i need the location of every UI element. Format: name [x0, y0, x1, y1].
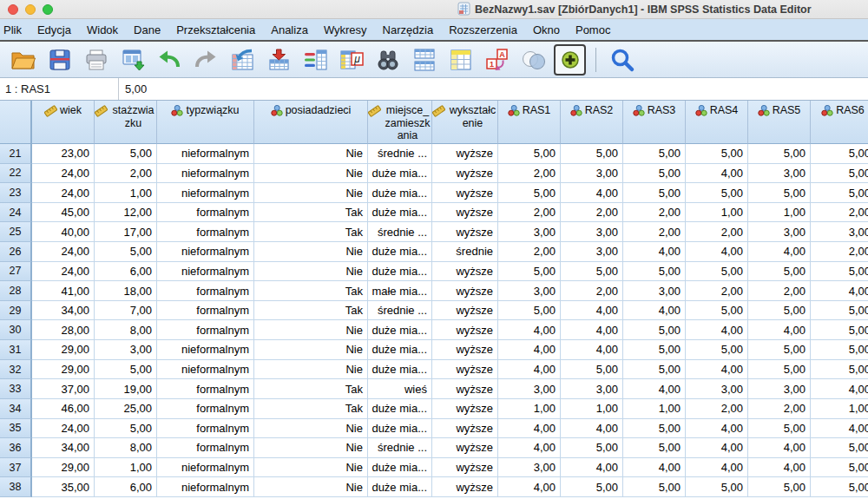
data-cell[interactable]: formalnym [157, 438, 254, 458]
column-header-RAS1[interactable]: RAS1 [498, 101, 561, 144]
data-cell[interactable]: 4,00 [623, 379, 686, 399]
data-cell[interactable]: 5,00 [748, 301, 811, 321]
data-cell[interactable]: 24,00 [32, 164, 95, 184]
data-cell[interactable]: 5,00 [748, 360, 811, 380]
data-cell[interactable]: duże mia... [368, 360, 432, 380]
data-cell[interactable]: 4,00 [498, 340, 561, 360]
data-cell[interactable]: 5,00 [748, 419, 811, 439]
data-cell[interactable]: 5,00 [686, 340, 748, 360]
save-button[interactable] [43, 44, 76, 76]
data-cell[interactable]: Tak [254, 301, 368, 321]
menu-wykresy[interactable]: Wykresy [324, 23, 367, 36]
data-cell[interactable]: 23,00 [32, 144, 95, 164]
data-cell[interactable]: wyższe [432, 301, 498, 321]
data-cell[interactable]: nieformalnym [157, 262, 254, 282]
search-button[interactable] [606, 44, 638, 76]
row-number[interactable]: 25 [0, 222, 32, 242]
data-cell[interactable]: 4,00 [686, 320, 748, 340]
data-cell[interactable]: nieformalnym [157, 477, 254, 497]
data-cell[interactable]: 4,00 [748, 320, 811, 340]
data-cell[interactable]: 4,00 [748, 242, 811, 262]
data-cell[interactable]: nieformalnym [157, 458, 254, 478]
data-cell[interactable]: formalnym [157, 399, 254, 419]
data-cell[interactable]: 24,00 [32, 242, 95, 262]
column-header-wiek[interactable]: wiek [32, 101, 95, 144]
data-cell[interactable]: 5,00 [748, 340, 811, 360]
data-cell[interactable]: 3,00 [561, 222, 623, 242]
data-cell[interactable]: średnie [432, 242, 498, 262]
data-cell[interactable]: 3,00 [498, 458, 561, 478]
data-cell[interactable]: 5,00 [686, 183, 748, 203]
data-cell[interactable]: 5,00 [686, 262, 748, 282]
value-labels-button[interactable]: 1A [481, 44, 513, 76]
print-button[interactable] [80, 44, 112, 76]
row-number[interactable]: 22 [0, 164, 32, 184]
row-number[interactable]: 38 [0, 477, 32, 497]
data-cell[interactable]: 5,00 [686, 301, 748, 321]
select-cases-button[interactable] [444, 44, 477, 76]
minimize-button[interactable] [25, 4, 36, 15]
data-cell[interactable]: 24,00 [32, 183, 95, 203]
data-cell[interactable]: formalnym [157, 203, 254, 223]
data-cell[interactable]: wyższe [432, 438, 498, 458]
data-cell[interactable]: duże mia... [368, 399, 432, 419]
data-cell[interactable]: wyższe [432, 144, 498, 164]
data-cell[interactable]: 2,00 [748, 399, 811, 419]
data-cell[interactable]: 2,00 [748, 281, 811, 301]
data-cell[interactable]: 5,00 [811, 320, 868, 340]
data-cell[interactable]: 5,00 [623, 438, 686, 458]
data-cell[interactable]: 3,00 [561, 242, 623, 262]
data-cell[interactable]: 4,00 [686, 360, 748, 380]
data-cell[interactable]: 5,00 [748, 477, 811, 497]
data-cell[interactable]: 2,00 [811, 242, 868, 262]
open-data-button[interactable] [7, 44, 39, 76]
data-cell[interactable]: 6,00 [95, 262, 157, 282]
find-button[interactable] [372, 44, 404, 76]
data-cell[interactable]: 4,00 [561, 301, 623, 321]
data-cell[interactable]: 4,00 [498, 360, 561, 380]
data-cell[interactable]: nieformalnym [157, 164, 254, 184]
row-number[interactable]: 29 [0, 301, 32, 321]
data-cell[interactable]: wyższe [432, 203, 498, 223]
row-number[interactable]: 36 [0, 438, 32, 458]
data-cell[interactable]: 2,00 [811, 203, 868, 223]
data-cell[interactable]: 34,00 [32, 301, 95, 321]
data-cell[interactable]: 5,00 [95, 419, 157, 439]
row-number[interactable]: 23 [0, 183, 32, 203]
data-cell[interactable]: 4,00 [561, 340, 623, 360]
data-cell[interactable]: 2,00 [623, 203, 686, 223]
data-cell[interactable]: wyższe [432, 262, 498, 282]
data-cell[interactable]: 3,00 [498, 281, 561, 301]
data-cell[interactable]: średnie ... [368, 301, 432, 321]
data-cell[interactable]: 2,00 [623, 222, 686, 242]
menu-edycja[interactable]: Edycja [37, 23, 71, 36]
data-cell[interactable]: formalnym [157, 301, 254, 321]
data-cell[interactable]: 24,00 [32, 262, 95, 282]
data-cell[interactable]: 5,00 [498, 262, 561, 282]
data-cell[interactable]: 4,00 [623, 242, 686, 262]
data-cell[interactable]: duże mia... [368, 340, 432, 360]
descriptive-statistics-button[interactable]: μ [335, 44, 367, 76]
data-cell[interactable]: 25,00 [95, 399, 157, 419]
data-cell[interactable]: Nie [254, 419, 368, 439]
data-cell[interactable]: duże mia... [368, 203, 432, 223]
data-cell[interactable]: 1,00 [748, 203, 811, 223]
data-cell[interactable]: Tak [254, 379, 368, 399]
data-cell[interactable]: wyższe [432, 360, 498, 380]
menu-plik[interactable]: Plik [3, 23, 22, 36]
show-all-variables-button[interactable] [554, 44, 586, 76]
data-cell[interactable]: wyższe [432, 477, 498, 497]
data-cell[interactable]: małe mia... [368, 281, 432, 301]
data-cell[interactable]: 5,00 [811, 262, 868, 282]
column-header-RAS2[interactable]: RAS2 [561, 101, 623, 144]
data-cell[interactable]: 3,00 [748, 164, 811, 184]
data-cell[interactable]: 29,00 [32, 458, 95, 478]
data-cell[interactable]: 1,00 [95, 458, 157, 478]
data-cell[interactable]: 5,00 [811, 360, 868, 380]
data-cell[interactable]: 24,00 [32, 419, 95, 439]
data-cell[interactable]: wyższe [432, 222, 498, 242]
go-to-variable-button[interactable] [262, 44, 294, 76]
data-cell[interactable]: 4,00 [498, 438, 561, 458]
variables-button[interactable] [299, 44, 331, 76]
recall-dialogs-button[interactable] [116, 44, 148, 76]
